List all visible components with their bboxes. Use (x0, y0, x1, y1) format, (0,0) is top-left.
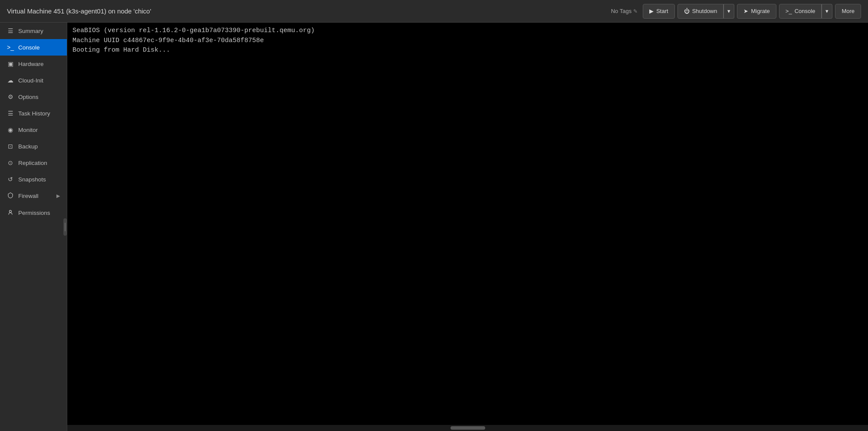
sidebar-item-snapshots[interactable]: ↺ Snapshots (0, 171, 67, 188)
task-history-icon: ☰ (7, 110, 14, 117)
sidebar-item-permissions[interactable]: Permissions (0, 204, 67, 221)
sidebar-item-task-history[interactable]: ☰ Task History (0, 105, 67, 122)
replication-icon: ⊙ (7, 159, 14, 166)
console-line: Machine UUID c44867ec-9f9e-4b40-af3e-70d… (72, 36, 863, 46)
shutdown-button-group: ⏻ Shutdown ▾ (677, 4, 735, 19)
topbar: Virtual Machine 451 (k3s-agent01) on nod… (0, 0, 868, 23)
sidebar-item-summary[interactable]: ☰ Summary (0, 23, 67, 39)
console-terminal[interactable]: SeaBIOS (version rel-1.16.2-0-gea1b7a073… (67, 23, 868, 425)
options-icon: ⚙ (7, 93, 14, 100)
sidebar-item-monitor[interactable]: ◉ Monitor (0, 122, 67, 138)
console-button-group: >_ Console ▾ (779, 4, 833, 19)
migrate-label: Migrate (751, 8, 769, 14)
sidebar-item-hardware[interactable]: ▣ Hardware (0, 56, 67, 72)
page-title: Virtual Machine 451 (k3s-agent01) on nod… (7, 7, 606, 15)
topbar-actions: ▶ Start ⏻ Shutdown ▾ ➤ Migrate >_ Consol… (643, 4, 861, 19)
sidebar-item-label: Snapshots (18, 176, 46, 183)
shutdown-dropdown-button[interactable]: ▾ (723, 4, 734, 19)
no-tags-label: No Tags (611, 8, 631, 14)
migrate-icon: ➤ (743, 8, 748, 14)
console-icon: >_ (786, 8, 792, 14)
console-button[interactable]: >_ Console (779, 4, 822, 19)
summary-icon: ☰ (7, 27, 14, 34)
sidebar: ☰ Summary >_ Console ▣ Hardware ☁ Cloud-… (0, 23, 67, 431)
sidebar-item-replication[interactable]: ⊙ Replication (0, 155, 67, 171)
no-tags-button[interactable]: No Tags ✎ (611, 8, 638, 14)
sidebar-item-label: Summary (18, 28, 43, 34)
main-content: SeaBIOS (version rel-1.16.2-0-gea1b7a073… (67, 23, 868, 431)
sidebar-item-options[interactable]: ⚙ Options (0, 89, 67, 105)
sidebar-item-label: Firewall (18, 193, 39, 199)
shutdown-dropdown-icon: ▾ (727, 8, 730, 14)
sidebar-item-label: Console (18, 44, 40, 51)
start-label: Start (656, 8, 668, 14)
backup-icon: ⊡ (7, 143, 14, 150)
cloud-init-icon: ☁ (7, 77, 14, 84)
more-button[interactable]: More (835, 4, 861, 19)
migrate-button[interactable]: ➤ Migrate (737, 4, 776, 19)
main-layout: ☰ Summary >_ Console ▣ Hardware ☁ Cloud-… (0, 23, 868, 431)
sidebar-item-console[interactable]: >_ Console (0, 39, 67, 56)
console-label: Console (795, 8, 815, 14)
hardware-icon: ▣ (7, 60, 14, 67)
console-line: SeaBIOS (version rel-1.16.2-0-gea1b7a073… (72, 26, 863, 36)
sidebar-resize-handle[interactable] (63, 218, 67, 236)
firewall-icon (7, 192, 14, 200)
console-dropdown-icon: ▾ (825, 8, 829, 14)
edit-icon: ✎ (633, 8, 638, 14)
console-dropdown-button[interactable]: ▾ (822, 4, 832, 19)
svg-point-0 (10, 211, 12, 213)
sidebar-item-label: Hardware (18, 61, 44, 67)
console-nav-icon: >_ (7, 44, 14, 51)
console-line: Booting from Hard Disk... (72, 46, 863, 56)
firewall-chevron-icon: ▶ (56, 193, 60, 199)
start-icon: ▶ (649, 8, 654, 14)
sidebar-item-label: Replication (18, 160, 47, 166)
shutdown-label: Shutdown (692, 8, 717, 14)
sidebar-item-label: Cloud-Init (18, 77, 43, 84)
monitor-icon: ◉ (7, 126, 14, 133)
scrollbar-thumb (450, 426, 485, 430)
sidebar-item-cloud-init[interactable]: ☁ Cloud-Init (0, 72, 67, 89)
sidebar-item-label: Permissions (18, 210, 50, 216)
shutdown-icon: ⏻ (684, 8, 690, 14)
sidebar-item-firewall[interactable]: Firewall ▶ (0, 188, 67, 204)
sidebar-item-backup[interactable]: ⊡ Backup (0, 138, 67, 155)
sidebar-item-label: Backup (18, 143, 38, 150)
sidebar-item-label: Monitor (18, 127, 38, 133)
permissions-icon (7, 209, 14, 217)
start-button[interactable]: ▶ Start (643, 4, 674, 19)
snapshots-icon: ↺ (7, 176, 14, 183)
console-scrollbar[interactable] (67, 425, 868, 431)
more-label: More (842, 8, 855, 14)
sidebar-item-label: Options (18, 94, 39, 100)
shutdown-button[interactable]: ⏻ Shutdown (677, 4, 724, 19)
sidebar-item-label: Task History (18, 110, 50, 117)
